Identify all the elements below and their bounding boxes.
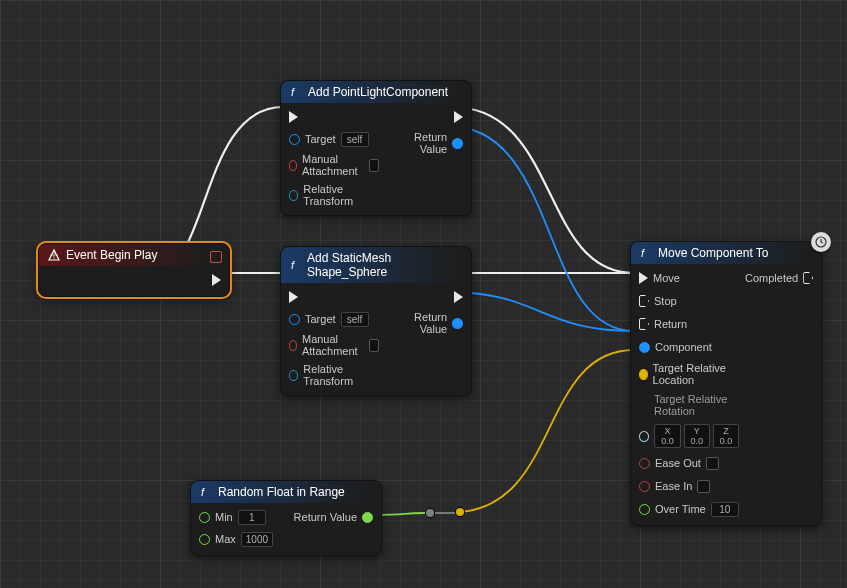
node-title: Move Component To [658, 246, 769, 260]
node-add-static-mesh[interactable]: f Add StaticMesh Shape_Sphere Target sel… [280, 246, 472, 396]
over-time-field[interactable]: 10 [711, 502, 739, 517]
svg-text:f: f [291, 259, 295, 271]
checkbox[interactable] [697, 480, 710, 493]
reroute-node[interactable] [425, 508, 435, 518]
target-rotation-label: Target Relative Rotation [639, 393, 739, 417]
node-add-point-light[interactable]: f Add PointLightComponent Target self Ma… [280, 80, 472, 216]
completed-exec-pin[interactable]: Completed [745, 270, 813, 286]
node-title: Add StaticMesh Shape_Sphere [307, 251, 463, 279]
exec-in-pin[interactable] [289, 289, 379, 305]
node-header[interactable]: f Random Float in Range [191, 481, 381, 503]
return-value-pin[interactable]: Return Value [294, 509, 373, 525]
delegate-pin-icon[interactable] [210, 251, 222, 263]
relative-transform-pin[interactable]: Relative Transform [289, 363, 379, 387]
return-exec-pin[interactable]: Return [639, 316, 739, 332]
exec-out-pin[interactable] [454, 289, 463, 305]
rot-y-field[interactable]: Y 0.0 [684, 424, 710, 448]
exec-in-pin[interactable] [289, 109, 379, 125]
ease-in-pin[interactable]: Ease In [639, 478, 739, 494]
function-icon: f [289, 258, 302, 272]
checkbox[interactable] [369, 339, 378, 352]
node-random-float[interactable]: f Random Float in Range Min 1 Max 1000 R… [190, 480, 382, 556]
checkbox[interactable] [706, 457, 719, 470]
checkbox[interactable] [369, 159, 378, 172]
manual-attachment-pin[interactable]: Manual Attachment [289, 333, 379, 357]
target-location-pin[interactable]: Target Relative Location [639, 362, 739, 386]
ease-out-pin[interactable]: Ease Out [639, 455, 739, 471]
over-time-pin[interactable]: Over Time 10 [639, 501, 739, 517]
node-header[interactable]: f Add PointLightComponent [281, 81, 471, 103]
node-move-component-to[interactable]: f Move Component To Move Stop Return Com… [630, 241, 822, 526]
rot-z-field[interactable]: Z 0.0 [713, 424, 739, 448]
function-icon: f [289, 85, 303, 99]
exec-out-pin[interactable] [212, 272, 221, 288]
node-event-begin-play[interactable]: Event Begin Play [38, 243, 230, 297]
reroute-node[interactable] [455, 507, 465, 517]
event-icon [47, 248, 61, 262]
node-header[interactable]: f Add StaticMesh Shape_Sphere [281, 247, 471, 283]
svg-text:f: f [641, 247, 645, 259]
node-title: Random Float in Range [218, 485, 345, 499]
svg-text:f: f [201, 486, 205, 498]
target-pin[interactable]: Target self [289, 311, 379, 327]
svg-text:f: f [291, 86, 295, 98]
component-pin[interactable]: Component [639, 339, 739, 355]
node-title: Event Begin Play [66, 248, 157, 262]
relative-transform-pin[interactable]: Relative Transform [289, 183, 379, 207]
self-box[interactable]: self [341, 312, 369, 327]
min-pin[interactable]: Min 1 [199, 509, 288, 525]
exec-out-pin[interactable] [454, 109, 463, 125]
function-icon: f [199, 485, 213, 499]
move-exec-pin[interactable]: Move [639, 270, 739, 286]
return-value-pin[interactable]: Return Value [385, 131, 463, 155]
node-header[interactable]: Event Begin Play [39, 244, 229, 266]
node-header[interactable]: f Move Component To [631, 242, 821, 264]
target-pin[interactable]: Target self [289, 131, 379, 147]
return-value-pin[interactable]: Return Value [385, 311, 463, 335]
function-icon: f [639, 246, 653, 260]
rot-x-field[interactable]: X 0.0 [654, 424, 680, 448]
target-rotation-pin[interactable]: X 0.0 Y 0.0 Z 0.0 [639, 424, 739, 448]
min-field[interactable]: 1 [238, 510, 266, 525]
node-title: Add PointLightComponent [308, 85, 448, 99]
manual-attachment-pin[interactable]: Manual Attachment [289, 153, 379, 177]
max-pin[interactable]: Max 1000 [199, 531, 288, 547]
max-field[interactable]: 1000 [241, 532, 273, 547]
self-box[interactable]: self [341, 132, 369, 147]
stop-exec-pin[interactable]: Stop [639, 293, 739, 309]
